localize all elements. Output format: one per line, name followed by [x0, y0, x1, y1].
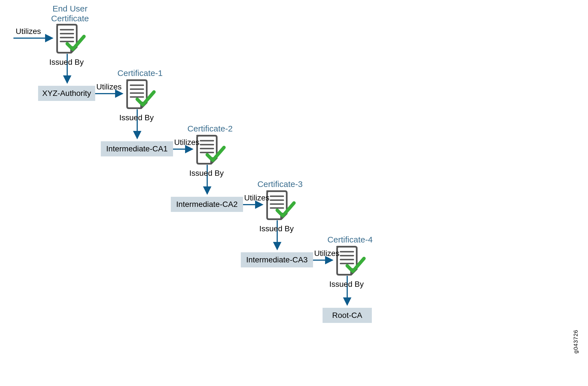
label-issuedby-1: Issued By — [119, 113, 154, 122]
title-cert-3: Certificate-3 — [252, 179, 308, 189]
label-issuedby-4: Issued By — [329, 280, 364, 289]
box-xyz-authority: XYZ-Authority — [38, 86, 95, 101]
cert-end-user-icon — [57, 25, 84, 53]
box-intermediate-ca2: Intermediate-CA2 — [171, 197, 243, 212]
box-intermediate-ca1: Intermediate-CA1 — [101, 141, 173, 156]
label-issuedby-3: Issued By — [259, 224, 294, 233]
title-cert-1: Certificate-1 — [112, 68, 168, 78]
cert-2-icon — [197, 136, 224, 164]
label-utilizes-0: Utilizes — [16, 27, 41, 36]
title-cert-4: Certificate-4 — [322, 235, 378, 245]
title-end-user-cert: End User Certificate — [45, 4, 95, 23]
label-issuedby-2: Issued By — [189, 169, 224, 178]
label-issuedby-0: Issued By — [49, 58, 84, 67]
diagram-canvas: End User Certificate Certificate-1 Certi… — [0, 0, 588, 386]
label-utilizes-3: Utilizes — [244, 193, 269, 202]
cert-1-icon — [127, 80, 154, 108]
label-utilizes-2: Utilizes — [174, 138, 199, 147]
figure-reference: g043726 — [573, 330, 579, 353]
title-cert-2: Certificate-2 — [182, 124, 238, 134]
label-utilizes-1: Utilizes — [96, 82, 122, 91]
cert-3-icon — [267, 191, 294, 219]
diagram-svg — [0, 0, 588, 386]
cert-4-icon — [337, 247, 364, 275]
box-root-ca: Root-CA — [323, 308, 372, 323]
box-intermediate-ca3: Intermediate-CA3 — [241, 252, 313, 267]
label-utilizes-4: Utilizes — [314, 249, 339, 258]
